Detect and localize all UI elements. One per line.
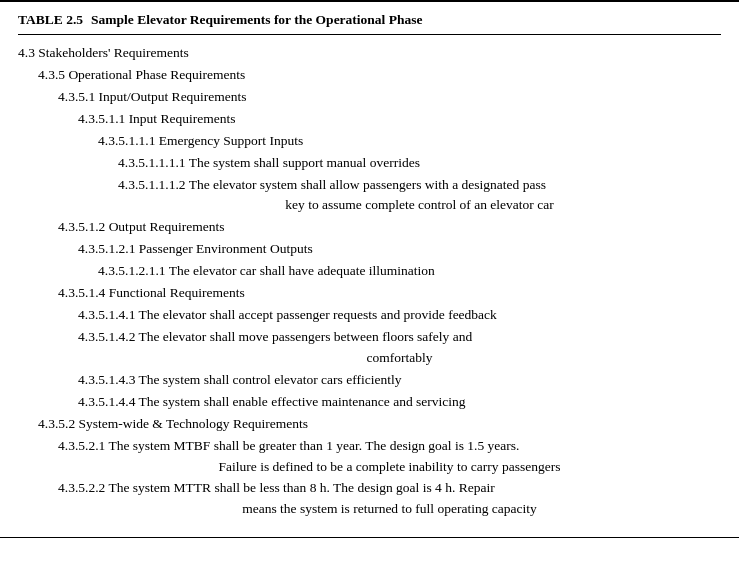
- table-content: 4.3 Stakeholders' Requirements4.3.5 Oper…: [18, 43, 721, 520]
- list-item: 4.3.5.1.1.1.1 The system shall support m…: [118, 153, 721, 174]
- list-item: 4.3.5.1.4.3 The system shall control ele…: [78, 370, 721, 391]
- table-label: TABLE 2.5: [18, 12, 83, 28]
- list-item: 4.3.5.2 System-wide & Technology Require…: [38, 414, 721, 435]
- list-item: 4.3.5.2.2 The system MTTR shall be less …: [58, 478, 721, 520]
- list-item: 4.3.5.1.2.1 Passenger Environment Output…: [78, 239, 721, 260]
- table-header: TABLE 2.5 Sample Elevator Requirements f…: [18, 12, 721, 35]
- table-title: Sample Elevator Requirements for the Ope…: [91, 12, 422, 28]
- list-item: 4.3.5.1.4.4 The system shall enable effe…: [78, 392, 721, 413]
- list-item: 4.3.5 Operational Phase Requirements: [38, 65, 721, 86]
- list-item: 4.3.5.1.1 Input Requirements: [78, 109, 721, 130]
- list-item: 4.3.5.1.2 Output Requirements: [58, 217, 721, 238]
- list-item: 4.3.5.1.2.1.1 The elevator car shall hav…: [98, 261, 721, 282]
- list-item: 4.3.5.1 Input/Output Requirements: [58, 87, 721, 108]
- list-item: 4.3.5.1.4.2 The elevator shall move pass…: [78, 327, 721, 369]
- list-item: 4.3.5.1.4 Functional Requirements: [58, 283, 721, 304]
- table-container: TABLE 2.5 Sample Elevator Requirements f…: [0, 0, 739, 538]
- list-item: 4.3.5.1.1.1.2 The elevator system shall …: [118, 175, 721, 217]
- list-item: 4.3.5.2.1 The system MTBF shall be great…: [58, 436, 721, 478]
- list-item: 4.3 Stakeholders' Requirements: [18, 43, 721, 64]
- list-item: 4.3.5.1.1.1 Emergency Support Inputs: [98, 131, 721, 152]
- list-item: 4.3.5.1.4.1 The elevator shall accept pa…: [78, 305, 721, 326]
